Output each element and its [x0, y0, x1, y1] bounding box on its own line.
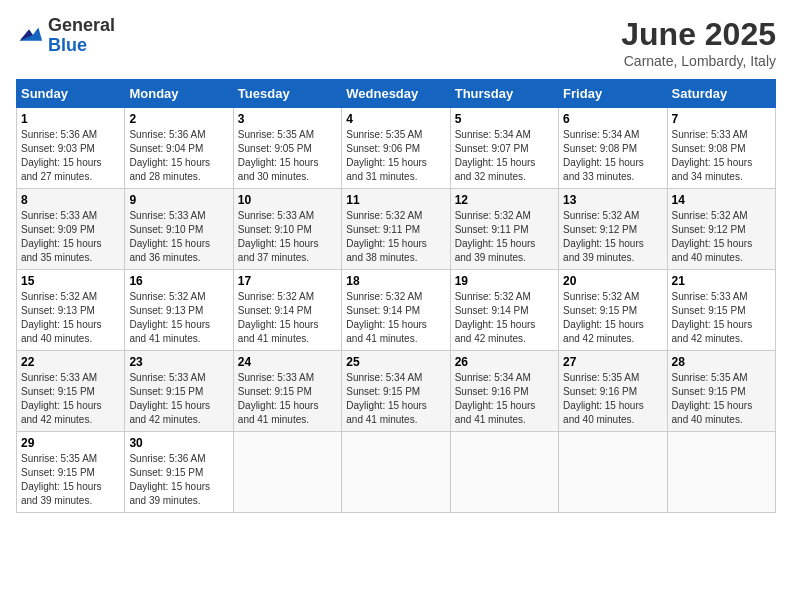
- day-info: Sunrise: 5:35 AMSunset: 9:15 PMDaylight:…: [672, 371, 771, 427]
- day-info: Sunrise: 5:32 AMSunset: 9:13 PMDaylight:…: [21, 290, 120, 346]
- day-cell: 13 Sunrise: 5:32 AMSunset: 9:12 PMDaylig…: [559, 189, 667, 270]
- day-number: 21: [672, 274, 771, 288]
- day-number: 22: [21, 355, 120, 369]
- day-info: Sunrise: 5:32 AMSunset: 9:12 PMDaylight:…: [563, 209, 662, 265]
- day-cell: 29 Sunrise: 5:35 AMSunset: 9:15 PMDaylig…: [17, 432, 125, 513]
- day-cell: 14 Sunrise: 5:32 AMSunset: 9:12 PMDaylig…: [667, 189, 775, 270]
- day-cell: 27 Sunrise: 5:35 AMSunset: 9:16 PMDaylig…: [559, 351, 667, 432]
- week-row-1: 1 Sunrise: 5:36 AMSunset: 9:03 PMDayligh…: [17, 108, 776, 189]
- day-number: 14: [672, 193, 771, 207]
- day-cell: 5 Sunrise: 5:34 AMSunset: 9:07 PMDayligh…: [450, 108, 558, 189]
- day-cell: 18 Sunrise: 5:32 AMSunset: 9:14 PMDaylig…: [342, 270, 450, 351]
- day-number: 20: [563, 274, 662, 288]
- day-number: 19: [455, 274, 554, 288]
- day-cell: 17 Sunrise: 5:32 AMSunset: 9:14 PMDaylig…: [233, 270, 341, 351]
- day-number: 9: [129, 193, 228, 207]
- day-cell: 8 Sunrise: 5:33 AMSunset: 9:09 PMDayligh…: [17, 189, 125, 270]
- day-number: 30: [129, 436, 228, 450]
- day-info: Sunrise: 5:33 AMSunset: 9:10 PMDaylight:…: [129, 209, 228, 265]
- day-cell: 24 Sunrise: 5:33 AMSunset: 9:15 PMDaylig…: [233, 351, 341, 432]
- day-info: Sunrise: 5:36 AMSunset: 9:15 PMDaylight:…: [129, 452, 228, 508]
- weekday-header-thursday: Thursday: [450, 80, 558, 108]
- day-info: Sunrise: 5:33 AMSunset: 9:15 PMDaylight:…: [672, 290, 771, 346]
- day-number: 7: [672, 112, 771, 126]
- week-row-3: 15 Sunrise: 5:32 AMSunset: 9:13 PMDaylig…: [17, 270, 776, 351]
- day-cell: 1 Sunrise: 5:36 AMSunset: 9:03 PMDayligh…: [17, 108, 125, 189]
- day-cell: 22 Sunrise: 5:33 AMSunset: 9:15 PMDaylig…: [17, 351, 125, 432]
- calendar-table: SundayMondayTuesdayWednesdayThursdayFrid…: [16, 79, 776, 513]
- week-row-5: 29 Sunrise: 5:35 AMSunset: 9:15 PMDaylig…: [17, 432, 776, 513]
- day-info: Sunrise: 5:35 AMSunset: 9:15 PMDaylight:…: [21, 452, 120, 508]
- day-info: Sunrise: 5:32 AMSunset: 9:14 PMDaylight:…: [238, 290, 337, 346]
- day-cell: 26 Sunrise: 5:34 AMSunset: 9:16 PMDaylig…: [450, 351, 558, 432]
- day-number: 28: [672, 355, 771, 369]
- logo-bird-icon: [16, 22, 44, 50]
- logo-blue-text: Blue: [48, 36, 115, 56]
- weekday-header-row: SundayMondayTuesdayWednesdayThursdayFrid…: [17, 80, 776, 108]
- day-cell: 30 Sunrise: 5:36 AMSunset: 9:15 PMDaylig…: [125, 432, 233, 513]
- day-info: Sunrise: 5:33 AMSunset: 9:08 PMDaylight:…: [672, 128, 771, 184]
- day-cell: 16 Sunrise: 5:32 AMSunset: 9:13 PMDaylig…: [125, 270, 233, 351]
- day-number: 26: [455, 355, 554, 369]
- day-number: 27: [563, 355, 662, 369]
- weekday-header-friday: Friday: [559, 80, 667, 108]
- day-cell: [667, 432, 775, 513]
- day-info: Sunrise: 5:32 AMSunset: 9:15 PMDaylight:…: [563, 290, 662, 346]
- day-info: Sunrise: 5:34 AMSunset: 9:15 PMDaylight:…: [346, 371, 445, 427]
- day-number: 13: [563, 193, 662, 207]
- weekday-header-sunday: Sunday: [17, 80, 125, 108]
- day-number: 3: [238, 112, 337, 126]
- day-number: 17: [238, 274, 337, 288]
- day-info: Sunrise: 5:32 AMSunset: 9:12 PMDaylight:…: [672, 209, 771, 265]
- day-cell: 10 Sunrise: 5:33 AMSunset: 9:10 PMDaylig…: [233, 189, 341, 270]
- day-cell: 11 Sunrise: 5:32 AMSunset: 9:11 PMDaylig…: [342, 189, 450, 270]
- day-info: Sunrise: 5:32 AMSunset: 9:11 PMDaylight:…: [346, 209, 445, 265]
- day-number: 4: [346, 112, 445, 126]
- day-info: Sunrise: 5:36 AMSunset: 9:03 PMDaylight:…: [21, 128, 120, 184]
- header: General Blue June 2025 Carnate, Lombardy…: [16, 16, 776, 69]
- day-info: Sunrise: 5:32 AMSunset: 9:13 PMDaylight:…: [129, 290, 228, 346]
- day-info: Sunrise: 5:32 AMSunset: 9:14 PMDaylight:…: [455, 290, 554, 346]
- day-number: 29: [21, 436, 120, 450]
- day-number: 5: [455, 112, 554, 126]
- day-number: 24: [238, 355, 337, 369]
- day-number: 23: [129, 355, 228, 369]
- day-cell: 6 Sunrise: 5:34 AMSunset: 9:08 PMDayligh…: [559, 108, 667, 189]
- day-cell: 9 Sunrise: 5:33 AMSunset: 9:10 PMDayligh…: [125, 189, 233, 270]
- day-info: Sunrise: 5:33 AMSunset: 9:10 PMDaylight:…: [238, 209, 337, 265]
- logo-general-text: General: [48, 16, 115, 36]
- weekday-header-saturday: Saturday: [667, 80, 775, 108]
- day-info: Sunrise: 5:33 AMSunset: 9:15 PMDaylight:…: [129, 371, 228, 427]
- day-info: Sunrise: 5:33 AMSunset: 9:09 PMDaylight:…: [21, 209, 120, 265]
- day-number: 16: [129, 274, 228, 288]
- day-cell: 28 Sunrise: 5:35 AMSunset: 9:15 PMDaylig…: [667, 351, 775, 432]
- day-cell: 21 Sunrise: 5:33 AMSunset: 9:15 PMDaylig…: [667, 270, 775, 351]
- day-cell: [233, 432, 341, 513]
- day-number: 6: [563, 112, 662, 126]
- day-cell: 25 Sunrise: 5:34 AMSunset: 9:15 PMDaylig…: [342, 351, 450, 432]
- day-info: Sunrise: 5:34 AMSunset: 9:07 PMDaylight:…: [455, 128, 554, 184]
- weekday-header-tuesday: Tuesday: [233, 80, 341, 108]
- day-cell: 23 Sunrise: 5:33 AMSunset: 9:15 PMDaylig…: [125, 351, 233, 432]
- day-info: Sunrise: 5:34 AMSunset: 9:16 PMDaylight:…: [455, 371, 554, 427]
- day-info: Sunrise: 5:33 AMSunset: 9:15 PMDaylight:…: [238, 371, 337, 427]
- day-number: 2: [129, 112, 228, 126]
- day-info: Sunrise: 5:32 AMSunset: 9:14 PMDaylight:…: [346, 290, 445, 346]
- day-info: Sunrise: 5:35 AMSunset: 9:06 PMDaylight:…: [346, 128, 445, 184]
- day-info: Sunrise: 5:33 AMSunset: 9:15 PMDaylight:…: [21, 371, 120, 427]
- day-cell: 7 Sunrise: 5:33 AMSunset: 9:08 PMDayligh…: [667, 108, 775, 189]
- day-cell: [450, 432, 558, 513]
- day-info: Sunrise: 5:32 AMSunset: 9:11 PMDaylight:…: [455, 209, 554, 265]
- day-number: 8: [21, 193, 120, 207]
- day-cell: 2 Sunrise: 5:36 AMSunset: 9:04 PMDayligh…: [125, 108, 233, 189]
- day-cell: 4 Sunrise: 5:35 AMSunset: 9:06 PMDayligh…: [342, 108, 450, 189]
- week-row-2: 8 Sunrise: 5:33 AMSunset: 9:09 PMDayligh…: [17, 189, 776, 270]
- day-number: 12: [455, 193, 554, 207]
- day-info: Sunrise: 5:36 AMSunset: 9:04 PMDaylight:…: [129, 128, 228, 184]
- day-number: 10: [238, 193, 337, 207]
- day-cell: [342, 432, 450, 513]
- day-number: 25: [346, 355, 445, 369]
- logo: General Blue: [16, 16, 115, 56]
- weekday-header-wednesday: Wednesday: [342, 80, 450, 108]
- calendar-title: June 2025: [621, 16, 776, 53]
